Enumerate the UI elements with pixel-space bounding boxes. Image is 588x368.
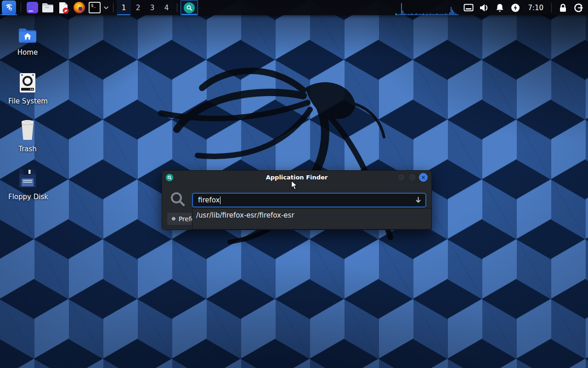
panel-separator: [21, 3, 21, 12]
completion-popup: /usr/lib/firefox-esr/firefox-esr: [192, 208, 432, 230]
network-icon: [464, 4, 474, 12]
kali-dragon-icon: [2, 0, 16, 15]
desktop-icon: [27, 2, 38, 13]
notifications-tray-button[interactable]: [492, 0, 508, 15]
power-manager-icon: [511, 3, 520, 12]
floppy-disk-icon: [18, 167, 37, 189]
lock-screen-button[interactable]: [555, 0, 571, 15]
minimize-button[interactable]: [397, 173, 406, 182]
logout-button[interactable]: [571, 0, 586, 15]
desktop-icon-label: Floppy Disk: [8, 193, 47, 201]
maximize-button[interactable]: [408, 173, 417, 182]
taskbar-item-application-finder[interactable]: [181, 0, 198, 15]
volume-icon: [479, 4, 489, 12]
lock-screen-icon: [559, 3, 567, 12]
close-icon: ✕: [421, 175, 425, 180]
terminal-dropdown-button[interactable]: [102, 0, 110, 15]
cpu-graph[interactable]: [396, 0, 461, 15]
desktop-icon-file-system[interactable]: File System: [8, 73, 47, 105]
text-caret: [220, 196, 220, 204]
desktop-icon-floppy-disk[interactable]: Floppy Disk: [8, 167, 47, 201]
magnifier-teal-icon: [184, 2, 195, 13]
desktop-icon-trash[interactable]: Trash: [8, 119, 47, 153]
terminal-launcher[interactable]: $_: [87, 0, 102, 15]
workspace-3[interactable]: 3: [145, 0, 159, 15]
volume-tray-button[interactable]: [476, 0, 492, 15]
document-edit-icon: [58, 2, 69, 14]
magnifier-teal-icon: [166, 174, 173, 181]
workspace-4[interactable]: 4: [159, 0, 174, 15]
terminal-icon: $_: [89, 2, 101, 13]
network-tray-button[interactable]: [461, 0, 476, 15]
completion-item[interactable]: /usr/lib/firefox-esr/firefox-esr: [192, 208, 431, 222]
trash-bin-icon: [18, 119, 37, 141]
chevron-down-icon: [103, 6, 109, 10]
application-finder-window: Application Finder ✕ firefox Preferences…: [162, 170, 432, 230]
search-input[interactable]: firefox: [192, 193, 426, 207]
top-panel: $_ 1 2 3 4 7:1: [0, 0, 588, 15]
gear-icon: [171, 215, 176, 222]
show-desktop-launcher[interactable]: [24, 0, 40, 15]
desktop-icon-label: Home: [8, 48, 47, 57]
firefox-launcher[interactable]: [71, 0, 87, 15]
file-manager-launcher[interactable]: [40, 0, 56, 15]
clock[interactable]: 7:10: [523, 4, 548, 12]
text-editor-launcher[interactable]: [56, 0, 71, 15]
applications-menu-button[interactable]: [0, 0, 17, 15]
workspace-1[interactable]: 1: [117, 0, 131, 15]
panel-separator: [551, 3, 552, 12]
search-input-value: firefox: [198, 196, 220, 204]
notifications-bell-icon: [495, 3, 504, 12]
desktop-icon-home[interactable]: Home: [8, 27, 47, 57]
window-title: Application Finder: [162, 174, 431, 181]
drive-icon: [19, 73, 36, 93]
power-manager-tray-button[interactable]: [508, 0, 523, 15]
panel-separator: [113, 3, 113, 12]
arrow-down-icon[interactable]: [415, 196, 422, 204]
desktop-icon-label: File System: [8, 97, 47, 105]
close-button[interactable]: ✕: [419, 173, 428, 182]
folder-icon: [42, 2, 54, 13]
panel-separator: [177, 3, 177, 12]
desktop-icon-label: Trash: [8, 145, 47, 153]
workspace-2[interactable]: 2: [131, 0, 145, 15]
home-folder-icon: [18, 27, 37, 44]
logout-icon: [574, 3, 583, 12]
search-icon: [170, 191, 186, 207]
firefox-icon: [74, 2, 85, 13]
titlebar[interactable]: Application Finder ✕: [162, 171, 431, 184]
